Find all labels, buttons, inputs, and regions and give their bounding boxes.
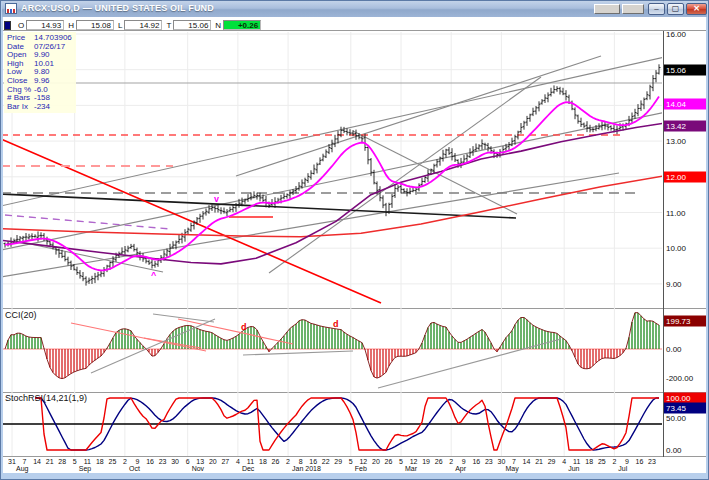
date-tick: 16 [472,458,480,465]
date-tick: 21 [535,458,543,465]
date-tick: 16 [636,458,644,465]
date-tick: 4 [562,458,566,465]
date-tick: 5 [399,458,403,465]
date-tick: 7 [23,458,27,465]
close-button[interactable]: ✕ [686,3,707,15]
date-tick: 16 [309,458,317,465]
date-tick: 12 [410,458,418,465]
info-panel: Price14.703906Date07/26/17Open9.90High10… [4,32,76,113]
panel-label-cci: CCI(20) [5,310,37,320]
date-tick: 30 [498,458,506,465]
price-tick-label: 10.00 [666,244,686,253]
price-tick-label: 16.00 [666,30,686,39]
app-window: ARCX:USO,D — UNITED STATES OIL FUND – ▢ … [0,0,709,480]
chart-client-area [3,17,706,473]
date-tick: 20 [209,458,217,465]
date-tick: 30 [171,458,179,465]
date-tick: 20 [372,458,380,465]
date-tick: 2 [449,458,453,465]
cci-tick-label: -200.00 [666,374,693,383]
title-bar[interactable]: ARCX:USO,D — UNITED STATES OIL FUND – ▢ … [2,1,707,17]
date-tick: 6 [186,458,190,465]
cci-tick-label: 0.00 [666,345,682,354]
month-label: Jan 2018 [292,465,321,472]
price-level-box: 14.04 [664,99,706,110]
date-tick: 27 [221,458,229,465]
date-tick: 18 [96,458,104,465]
separator-stoch [3,392,706,393]
quote-field-value: 14.93 [26,20,64,30]
date-tick: 31 [8,458,16,465]
toolbar-button-2[interactable] [622,4,644,14]
month-label: Apr [455,465,466,472]
date-tick: 29 [334,458,342,465]
date-tick: 5 [73,458,77,465]
panel-label-stochrsi: StochRSI(14,21(1,9) [5,393,87,403]
month-label: Jul [618,465,627,472]
date-tick: 26 [385,458,393,465]
price-tick-label: 9.00 [666,280,682,289]
month-label: Sep [79,465,91,472]
separator-cci [3,308,706,309]
quote-field-label: L [118,21,122,30]
price-level-box: 13.42 [664,121,706,132]
date-tick: 2 [286,458,290,465]
month-label: Nov [192,465,204,472]
date-tick: 5 [349,458,353,465]
minimize-button[interactable]: – [648,3,665,15]
info-row: Bar Ix-234 [7,103,73,112]
month-label: Oct [129,465,140,472]
separator-xaxis [3,456,706,457]
price-level-box: 15.06 [664,65,706,76]
cci-value-box: 199.73 [664,316,706,327]
date-tick: 28 [58,458,66,465]
date-tick: 16 [146,458,154,465]
date-tick: 11 [84,458,91,465]
date-tick: 26 [272,458,280,465]
date-tick: 13 [196,458,204,465]
month-label: May [505,465,518,472]
app-icon [5,3,17,14]
date-tick: 23 [648,458,656,465]
date-tick: 23 [159,458,167,465]
date-tick: 2 [123,458,127,465]
date-tick: 18 [259,458,267,465]
date-tick: 4 [236,458,240,465]
date-tick: 9 [462,458,466,465]
toolbar-button-1[interactable] [594,4,620,14]
quote-field-value: 15.06 [173,20,211,30]
date-tick: 25 [598,458,606,465]
symbol-color-chip [4,21,11,30]
price-level-box: 12.00 [664,172,706,183]
date-tick: 9 [136,458,140,465]
quote-field-value: +0.26 [223,20,261,30]
quote-field-label: N [215,21,221,30]
maximize-button[interactable]: ▢ [667,3,684,15]
date-tick: 18 [585,458,593,465]
date-tick: 26 [435,458,443,465]
date-tick: 25 [108,458,116,465]
quote-field-value: 15.08 [76,20,114,30]
date-tick: 12 [359,458,367,465]
date-tick: 8 [299,458,303,465]
stoch-tick-label: 50.00 [666,414,686,423]
quote-field-label: O [18,21,24,30]
stoch-tick-label: 0.00 [666,446,682,455]
price-tick-label: 11.00 [666,209,685,218]
month-label: Aug [16,465,28,472]
info-value: -234 [34,102,50,111]
quote-field-label: T [166,21,171,30]
separator-quote [3,30,706,31]
date-tick: 19 [422,458,430,465]
date-tick: 21 [46,458,54,465]
date-tick: 29 [548,458,556,465]
quote-field-label: H [68,21,74,30]
date-tick: 14 [33,458,41,465]
date-tick: 2 [612,458,616,465]
month-label: Mar [405,465,417,472]
date-tick: 14 [523,458,531,465]
date-tick: 22 [322,458,330,465]
quote-field-value: 14.92 [124,20,162,30]
price-tick-label: 13.00 [666,137,686,146]
month-label: Jun [568,465,579,472]
